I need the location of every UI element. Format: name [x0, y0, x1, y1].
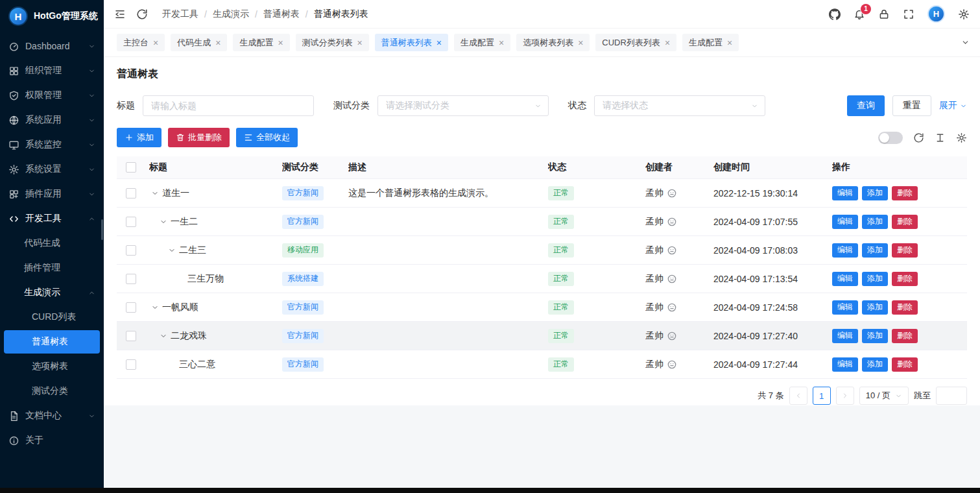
sidebar-item-system-monitor[interactable]: 系统监控 — [0, 132, 104, 157]
table-row[interactable]: 三心二意 官方新闻 正常 孟帅 2024-04-09 17:27:44 编辑 添… — [117, 350, 967, 379]
table-row[interactable]: 一帆风顺 官方新闻 正常 孟帅 2024-04-09 17:24:58 编辑 添… — [117, 293, 967, 322]
tab-codegen[interactable]: 代码生成× — [171, 34, 227, 51]
notification-bell-icon[interactable]: 1 — [854, 8, 865, 20]
batch-delete-button[interactable]: 批量删除 — [168, 128, 230, 147]
tab-close-icon[interactable]: × — [278, 38, 283, 47]
table-row[interactable]: 二龙戏珠 官方新闻 正常 孟帅 2024-04-09 17:27:40 编辑 添… — [117, 322, 967, 350]
edit-button[interactable]: 编辑 — [832, 300, 858, 315]
delete-button[interactable]: 删除 — [892, 329, 918, 343]
tab-console[interactable]: 主控台× — [117, 34, 165, 51]
table-row[interactable]: 二生三 移动应用 正常 孟帅 2024-04-09 17:08:03 编辑 添加… — [117, 236, 967, 265]
tab-test-category-list[interactable]: 测试分类列表× — [296, 34, 369, 51]
delete-button[interactable]: 删除 — [892, 186, 918, 200]
edit-button[interactable]: 编辑 — [832, 186, 858, 200]
select-all-checkbox[interactable] — [126, 162, 136, 173]
sidebar-item-codegen[interactable]: 代码生成 — [0, 231, 104, 256]
edit-button[interactable]: 编辑 — [832, 357, 858, 372]
table-striped-toggle[interactable] — [878, 132, 903, 144]
tab-close-icon[interactable]: × — [153, 38, 158, 47]
edit-button[interactable]: 编辑 — [832, 243, 858, 258]
github-icon[interactable] — [829, 8, 841, 20]
add-child-button[interactable]: 添加 — [862, 243, 888, 258]
delete-button[interactable]: 删除 — [892, 300, 918, 315]
fullscreen-icon[interactable] — [903, 8, 914, 20]
row-checkbox[interactable] — [126, 217, 136, 227]
sidebar-item-common-tree[interactable]: 普通树表 — [4, 330, 100, 354]
delete-button[interactable]: 删除 — [892, 215, 918, 229]
delete-button[interactable]: 删除 — [892, 357, 918, 372]
sidebar-item-docs[interactable]: 文档中心 — [0, 403, 104, 428]
sidebar-scrollbar-thumb[interactable] — [101, 219, 103, 240]
search-button[interactable]: 查询 — [847, 95, 885, 116]
collapse-node-icon[interactable] — [158, 330, 169, 341]
tab-close-icon[interactable]: × — [665, 38, 670, 47]
row-checkbox[interactable] — [126, 359, 136, 370]
breadcrumb-item[interactable]: 普通树表 — [263, 8, 300, 20]
table-row[interactable]: 三生万物 系统搭建 正常 孟帅 2024-04-09 17:13:54 编辑 添… — [117, 265, 967, 293]
reload-table-icon[interactable] — [913, 132, 924, 143]
sidebar-item-option-tree[interactable]: 选项树表 — [0, 354, 104, 379]
sidebar-item-org[interactable]: 组织管理 — [0, 58, 104, 83]
sidebar-item-plugin-manage[interactable]: 插件管理 — [0, 256, 104, 280]
page-size-select[interactable]: 10 / 页 — [859, 387, 909, 405]
jump-page-input[interactable] — [936, 387, 967, 405]
tab-close-icon[interactable]: × — [357, 38, 363, 47]
edit-button[interactable]: 编辑 — [832, 329, 858, 343]
edit-button[interactable]: 编辑 — [832, 272, 858, 286]
tab-gen-config-1[interactable]: 生成配置× — [233, 34, 289, 51]
collapse-all-button[interactable]: 全部收起 — [236, 128, 298, 147]
tab-options-chevron-icon[interactable] — [961, 38, 970, 47]
sidebar-item-system-apps[interactable]: 系统应用 — [0, 108, 104, 132]
sidebar-item-devtools[interactable]: 开发工具 — [0, 206, 104, 231]
app-logo[interactable]: H HotGo管理系统 — [0, 0, 104, 32]
current-page-button[interactable]: 1 — [813, 387, 831, 405]
sidebar-item-system-settings[interactable]: 系统设置 — [0, 157, 104, 182]
category-filter-select[interactable]: 请选择测试分类 — [377, 95, 549, 116]
tab-option-tree-list[interactable]: 选项树表列表× — [516, 34, 590, 51]
user-avatar[interactable]: H — [927, 5, 945, 23]
edit-button[interactable]: 编辑 — [832, 215, 858, 229]
expand-filters-toggle[interactable]: 展开 — [939, 100, 967, 112]
row-checkbox[interactable] — [126, 331, 136, 341]
sidebar-item-permissions[interactable]: 权限管理 — [0, 83, 104, 108]
settings-icon[interactable] — [958, 8, 970, 20]
add-child-button[interactable]: 添加 — [862, 329, 888, 343]
collapse-sidebar-icon[interactable] — [114, 8, 126, 20]
tab-close-icon[interactable]: × — [499, 38, 504, 47]
tab-curd-list-list[interactable]: CUDR列表列表× — [595, 34, 676, 51]
add-button[interactable]: 添加 — [117, 128, 161, 147]
lock-screen-icon[interactable] — [878, 8, 890, 20]
breadcrumb-item[interactable]: 生成演示 — [213, 8, 249, 20]
row-checkbox[interactable] — [126, 274, 136, 284]
row-checkbox[interactable] — [126, 188, 136, 198]
table-row[interactable]: 道生一 官方新闻 这是一个普通树形表格的生成演示。 正常 孟帅 2022-12-… — [117, 179, 967, 208]
row-checkbox[interactable] — [126, 302, 136, 313]
breadcrumb-item[interactable]: 开发工具 — [162, 8, 198, 20]
collapse-node-icon[interactable] — [166, 245, 177, 256]
sidebar-item-curd-list[interactable]: CURD列表 — [0, 305, 104, 330]
next-page-button[interactable] — [836, 387, 854, 405]
tab-gen-config-2[interactable]: 生成配置× — [454, 34, 510, 51]
tab-common-tree-list[interactable]: 普通树表列表× — [375, 34, 448, 51]
tab-close-icon[interactable]: × — [578, 38, 583, 47]
sidebar-item-dashboard[interactable]: Dashboard — [0, 34, 104, 58]
title-filter-input[interactable] — [143, 95, 314, 116]
reset-button[interactable]: 重置 — [892, 95, 931, 116]
table-density-icon[interactable] — [935, 132, 946, 143]
sidebar-item-plugin-apps[interactable]: 插件应用 — [0, 182, 104, 206]
tab-close-icon[interactable]: × — [727, 38, 732, 47]
add-child-button[interactable]: 添加 — [862, 186, 888, 200]
sidebar-item-gen-demo[interactable]: 生成演示 — [0, 280, 104, 305]
add-child-button[interactable]: 添加 — [862, 272, 888, 286]
status-filter-select[interactable]: 请选择状态 — [594, 95, 765, 116]
sidebar-item-test-category[interactable]: 测试分类 — [0, 379, 104, 403]
add-child-button[interactable]: 添加 — [862, 357, 888, 372]
delete-button[interactable]: 删除 — [892, 243, 918, 258]
collapse-node-icon[interactable] — [149, 187, 160, 198]
column-settings-gear-icon[interactable] — [956, 132, 967, 143]
add-child-button[interactable]: 添加 — [862, 300, 888, 315]
add-child-button[interactable]: 添加 — [862, 215, 888, 229]
collapse-node-icon[interactable] — [149, 302, 160, 313]
table-row[interactable]: 一生二 官方新闻 正常 孟帅 2024-04-09 17:07:55 编辑 添加… — [117, 208, 967, 236]
refresh-icon[interactable] — [136, 8, 148, 20]
